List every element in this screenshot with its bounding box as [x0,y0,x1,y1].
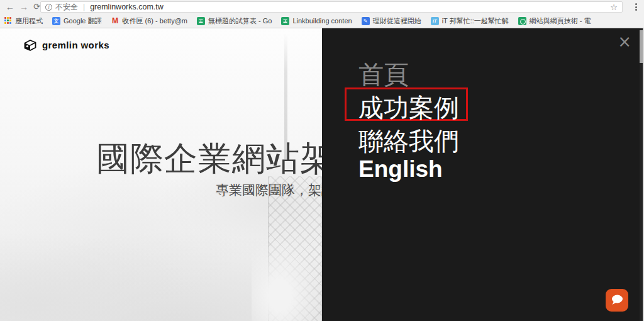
back-icon[interactable]: ← [6,1,14,13]
menu-item-home[interactable]: 首頁 [358,57,409,92]
close-icon[interactable]: × [618,33,631,50]
bookmark-google-translate[interactable]: 文 Google 翻譯 [52,16,102,26]
logo-text: gremlin works [42,40,109,50]
bookmark-ithome[interactable]: iT iT 邦幫忙::一起幫忙解 [431,16,509,26]
bookmark-linkbuilding[interactable]: Linkbuilding conten [281,17,352,25]
browser-menu-icon[interactable] [632,3,640,11]
apps-grid-icon [4,17,12,25]
hero-title: 國際企業網站架設 [96,137,322,182]
page-scrollbar[interactable] [640,28,644,321]
bookmark-label: 收件匣 (6) - betty@m [123,16,187,26]
hero-subtitle: 專業國際團隊，架設 [216,181,322,199]
ithome-icon: iT [431,17,439,25]
address-separator: | [83,3,85,11]
bookmark-label: 應用程式 [15,16,43,26]
bookmark-webtech[interactable]: 網站與網頁技術 - 電 [518,16,591,26]
bookmark-star-icon[interactable]: ☆ [610,3,618,12]
browser-window: ← → ⟳ i 不安全 | gremlinworks.com.tw ☆ 應用程式… [0,0,644,321]
scrollbar-thumb[interactable] [640,30,643,63]
info-icon[interactable]: i [45,4,52,11]
refresh-icon[interactable]: ⟳ [33,1,40,13]
bookmark-label: 理財從這裡開始 [373,16,421,26]
bookmark-label: 無標題的試算表 - Go [208,16,272,26]
bookmark-spreadsheet[interactable]: 無標題的試算表 - Go [197,16,272,26]
bookmark-label: Linkbuilding conten [292,17,352,25]
address-bar[interactable]: i 不安全 | gremlinworks.com.tw ☆ [40,1,623,13]
menu-item-english[interactable]: English [358,156,443,183]
chat-bubble-icon [610,294,624,307]
nav-overlay: × 首頁 成功案例 聯絡我們 English [322,28,640,321]
bookmark-label: Google 翻譯 [64,16,102,26]
sheets-icon [281,17,289,25]
google-translate-icon: 文 [52,17,60,25]
hero-section: gremlin works 國際企業網站架設 專業國際團隊，架設 [0,28,322,321]
menu-item-contact[interactable]: 聯絡我們 [358,124,459,159]
forward-icon[interactable]: → [19,1,28,13]
bookmark-label: 網站與網頁技術 - 電 [530,16,591,26]
logo-cube-icon [23,38,38,52]
sheets-icon [197,17,205,25]
cloud-fog [252,192,322,321]
url-text: gremlinworks.com.tw [90,3,164,11]
bookmark-label: iT 邦幫忙::一起幫忙解 [442,16,509,26]
gmail-icon: M [111,17,119,25]
menu-item-success-cases[interactable]: 成功案例 [358,91,459,125]
bookmark-finance[interactable]: ✎ 理財從這裡開始 [362,16,421,26]
page-content: gremlin works 國際企業網站架設 專業國際團隊，架設 × 首頁 成功… [0,28,644,321]
bookmark-apps[interactable]: 應用程式 [4,16,43,26]
site-logo[interactable]: gremlin works [23,38,109,52]
chat-widget-button[interactable] [606,289,628,312]
security-label: 不安全 [55,2,78,13]
bookmarks-bar: 應用程式 文 Google 翻譯 M 收件匣 (6) - betty@m 無標題… [0,14,644,28]
bookmark-gmail-inbox[interactable]: M 收件匣 (6) - betty@m [111,16,187,26]
pencil-icon: ✎ [362,17,370,25]
web-icon [518,17,526,25]
browser-toolbar: ← → ⟳ i 不安全 | gremlinworks.com.tw ☆ [0,0,644,14]
